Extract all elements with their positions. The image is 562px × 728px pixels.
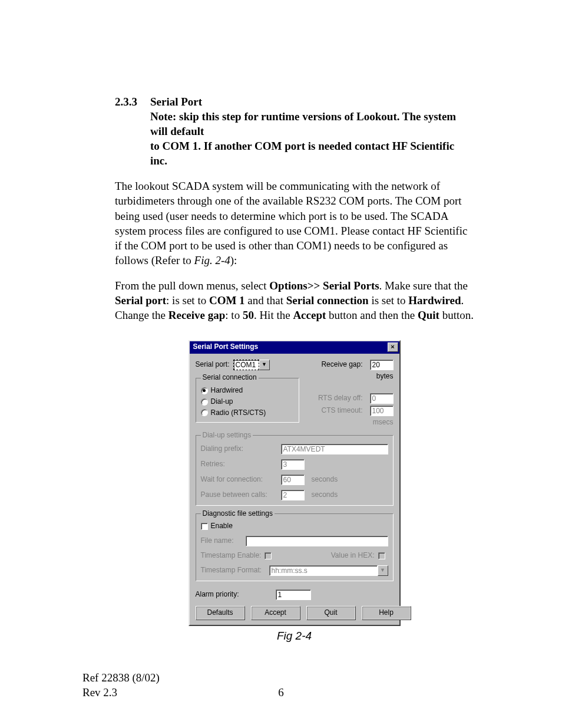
page-number: 6 [0, 685, 562, 700]
radio-icon [201, 398, 208, 406]
timestamp-enable-checkbox [265, 552, 272, 559]
paragraph-2: From the pull down menus, select Options… [115, 278, 474, 322]
receive-gap-label: Receive gap: [321, 360, 362, 370]
diagnostic-file-settings-legend: Diagnostic file settings [201, 509, 275, 519]
retries-input: 3 [281, 459, 305, 470]
receive-gap-unit: bytes [376, 372, 394, 381]
pause-between-label: Pause between calls: [201, 490, 277, 500]
radio-radio-rts-cts[interactable]: Radio (RTS/CTS) [201, 409, 294, 418]
wait-conn-label: Wait for connection: [201, 475, 277, 485]
serial-port-combo[interactable]: COM1 ▼ [233, 360, 270, 370]
section-heading: 2.3.3 Serial Port [115, 94, 474, 109]
dialog-titlebar: Serial Port Settings × [190, 341, 399, 354]
serial-port-label: Serial port: [196, 360, 230, 370]
note-line1: Note: skip this step for runtime version… [115, 109, 474, 139]
serial-port-value: COM1 [233, 360, 259, 370]
seconds-unit-2: seconds [312, 490, 338, 500]
value-in-hex-checkbox [378, 552, 385, 559]
chevron-down-icon[interactable]: ▼ [259, 360, 270, 370]
cts-timeout-input: 100 [370, 406, 394, 416]
seconds-unit-1: seconds [312, 475, 338, 485]
dialup-settings-group: Dial-up settings Dialing prefix: ATX4MVE… [196, 431, 394, 506]
file-name-label: File name: [201, 536, 242, 546]
file-name-input [246, 536, 388, 546]
timestamp-format-value: hh:mm:ss.s [269, 565, 378, 576]
timestamp-enable-label: Timestamp Enable: [201, 551, 262, 561]
chevron-down-icon: ▼ [378, 565, 388, 576]
help-button[interactable]: Help [362, 606, 411, 620]
checkbox-icon [201, 523, 208, 530]
fig-ref-inline: Fig. 2-4 [194, 254, 230, 266]
figure-caption: Fig 2-4 [189, 628, 401, 643]
footer-ref: Ref 22838 (8/02) [82, 670, 160, 685]
diag-enable-checkbox[interactable]: Enable [201, 522, 388, 531]
radio-dialup[interactable]: Dial-up [201, 397, 294, 407]
wait-conn-input: 60 [281, 475, 305, 485]
timestamp-format-combo: hh:mm:ss.s ▼ [269, 565, 388, 576]
dialing-prefix-input: ATX4MVEDT [281, 444, 388, 454]
cts-timeout-label: CTS timeout: [321, 406, 362, 416]
receive-gap-input[interactable]: 20 [370, 360, 394, 370]
paragraph-1: The lookout SCADA system will be communi… [115, 179, 474, 267]
radio-hardwired[interactable]: Hardwired [201, 386, 294, 396]
timestamp-format-label: Timestamp Format: [201, 566, 266, 575]
msecs-unit: msecs [373, 418, 394, 427]
serial-connection-group: Serial connection Hardwired Dial-up [196, 373, 299, 423]
serial-port-settings-dialog: Serial Port Settings × Serial port: COM1… [189, 340, 401, 643]
pause-between-input: 2 [281, 490, 305, 500]
retries-label: Retries: [201, 460, 277, 469]
alarm-priority-input[interactable]: 1 [276, 589, 311, 600]
dialup-settings-legend: Dial-up settings [201, 431, 253, 440]
close-icon[interactable]: × [388, 342, 398, 352]
section-number: 2.3.3 [115, 94, 150, 109]
diagnostic-file-settings-group: Diagnostic file settings Enable File nam… [196, 509, 394, 581]
rts-delay-off-label: RTS delay off: [318, 394, 363, 403]
quit-button[interactable]: Quit [306, 606, 356, 620]
radio-icon [201, 387, 208, 394]
value-in-hex-label: Value in HEX: [331, 551, 375, 561]
alarm-priority-label: Alarm priority: [196, 590, 272, 599]
serial-connection-legend: Serial connection [201, 373, 259, 383]
dialog-title: Serial Port Settings [193, 342, 259, 352]
accept-button[interactable]: Accept [251, 606, 300, 620]
section-title: Serial Port [150, 94, 202, 109]
dialing-prefix-label: Dialing prefix: [201, 444, 277, 454]
radio-icon [201, 409, 208, 416]
defaults-button[interactable]: Defaults [196, 606, 245, 620]
rts-delay-off-input: 0 [370, 393, 394, 404]
note-line2: to COM 1. If another COM port is needed … [150, 139, 474, 168]
